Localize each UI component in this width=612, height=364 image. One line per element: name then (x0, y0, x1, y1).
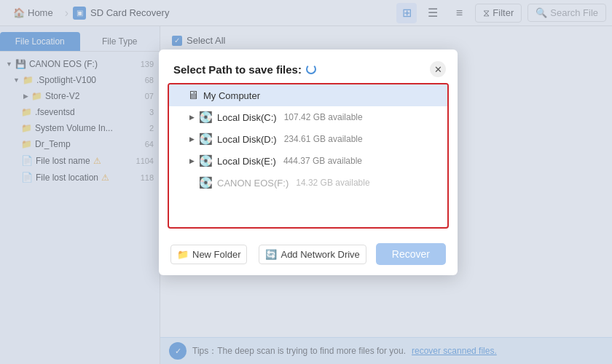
computer-icon: 🖥 (187, 89, 199, 102)
tree-item-canon-eos: ▶ 💽 CANON EOS(F:) 14.32 GB available (181, 172, 447, 194)
loading-spinner-icon (306, 64, 316, 74)
canon-eos-label: CANON EOS(F:) (217, 178, 289, 189)
my-computer-label: My Computer (203, 90, 260, 101)
disk-d-available: 234.61 GB available (284, 134, 363, 144)
recover-button[interactable]: Recover (376, 243, 446, 265)
disk-d-label: Local Disk(D:) (217, 134, 277, 145)
disk-e-available: 444.37 GB available (283, 156, 362, 166)
new-folder-icon: 📁 (177, 249, 189, 260)
expand-tri: ▶ (189, 135, 195, 143)
tree-item-disk-e[interactable]: ▶ 💽 Local Disk(E:) 444.37 GB available (181, 150, 447, 172)
tree-item-disk-d[interactable]: ▶ 💽 Local Disk(D:) 234.61 GB available (181, 128, 447, 150)
expand-tri: ▶ (189, 114, 195, 121)
disk-icon: 💽 (199, 111, 213, 124)
expand-tri: ▶ (189, 157, 195, 165)
network-icon: 🔄 (265, 249, 277, 260)
disk-c-available: 107.42 GB available (284, 112, 363, 122)
disk-icon: 💽 (199, 176, 213, 189)
disk-e-label: Local Disk(E:) (217, 156, 276, 167)
disk-c-label: Local Disk(C:) (217, 112, 277, 123)
dialog-title: Select Path to save files: (173, 63, 316, 76)
add-network-drive-button[interactable]: 🔄 Add Network Drive (259, 245, 366, 264)
dialog-close-button[interactable]: ✕ (430, 61, 446, 77)
tree-item-my-computer[interactable]: ▶ 🖥 My Computer (169, 84, 447, 106)
dialog-header: Select Path to save files: ✕ (159, 50, 458, 83)
tree-item-disk-c[interactable]: ▶ 💽 Local Disk(C:) 107.42 GB available (181, 106, 447, 128)
new-folder-button[interactable]: 📁 New Folder (170, 245, 247, 264)
footer-left-actions: 📁 New Folder 🔄 Add Network Drive (170, 245, 366, 264)
dialog-title-text: Select Path to save files: (173, 63, 302, 76)
save-path-dialog: Select Path to save files: ✕ ▶ 🖥 My Comp… (159, 50, 458, 275)
add-network-label: Add Network Drive (280, 249, 359, 260)
dialog-footer: 📁 New Folder 🔄 Add Network Drive Recover (159, 237, 458, 275)
disk-icon: 💽 (199, 154, 213, 167)
new-folder-label: New Folder (192, 249, 240, 260)
dialog-file-tree: ▶ 🖥 My Computer ▶ 💽 Local Disk(C:) 107.4… (168, 83, 449, 229)
canon-eos-available: 14.32 GB available (296, 178, 369, 188)
disk-icon: 💽 (199, 132, 213, 146)
